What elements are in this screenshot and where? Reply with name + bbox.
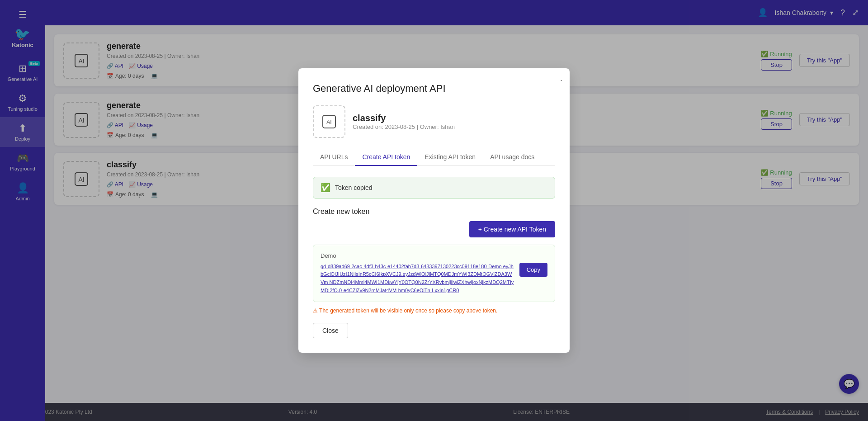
modal-close-x-button[interactable]: · [560, 76, 562, 85]
tab-existing-api-token[interactable]: Existing API token [417, 149, 483, 166]
modal-close-button[interactable]: Close [313, 323, 348, 338]
copy-token-button[interactable]: Copy [519, 263, 547, 277]
check-circle-icon: ✅ [321, 183, 330, 193]
token-value-text[interactable]: gd-d839ad69-2cac-4df3-b43c-e14402fab7d3-… [321, 263, 514, 294]
tab-api-urls[interactable]: API URLs [313, 149, 355, 166]
modal-app-header: AI classify Created on: 2023-08-25 | Own… [313, 105, 555, 138]
tab-create-api-token[interactable]: Create API token [355, 149, 417, 166]
modal-app-icon: AI [313, 105, 345, 138]
modal-title: Generative AI deployment API [313, 83, 555, 95]
modal-tabs: API URLs Create API token Existing API t… [313, 149, 555, 166]
create-token-row: + Create new API Token [313, 221, 555, 237]
token-label: Demo [321, 252, 547, 259]
create-new-api-token-button[interactable]: + Create new API Token [469, 221, 555, 237]
token-warning: ⚠ The generated token will be visible on… [313, 307, 555, 314]
token-value-row: gd-d839ad69-2cac-4df3-b43c-e14402fab7d3-… [321, 263, 547, 294]
modal-overlay[interactable]: · Generative AI deployment API AI classi… [0, 0, 868, 421]
svg-text:AI: AI [326, 119, 331, 125]
modal-app-name: classify [353, 113, 455, 123]
tab-api-usage-docs[interactable]: API usage docs [483, 149, 542, 166]
modal: · Generative AI deployment API AI classi… [298, 68, 570, 353]
token-copied-text: Token copied [335, 184, 373, 191]
token-box: Demo gd-d839ad69-2cac-4df3-b43c-e14402fa… [313, 245, 555, 302]
modal-app-meta: Created on: 2023-08-25 | Owner: Ishan [353, 123, 455, 130]
token-copied-alert: ✅ Token copied [313, 177, 555, 199]
create-new-token-title: Create new token [313, 208, 555, 216]
